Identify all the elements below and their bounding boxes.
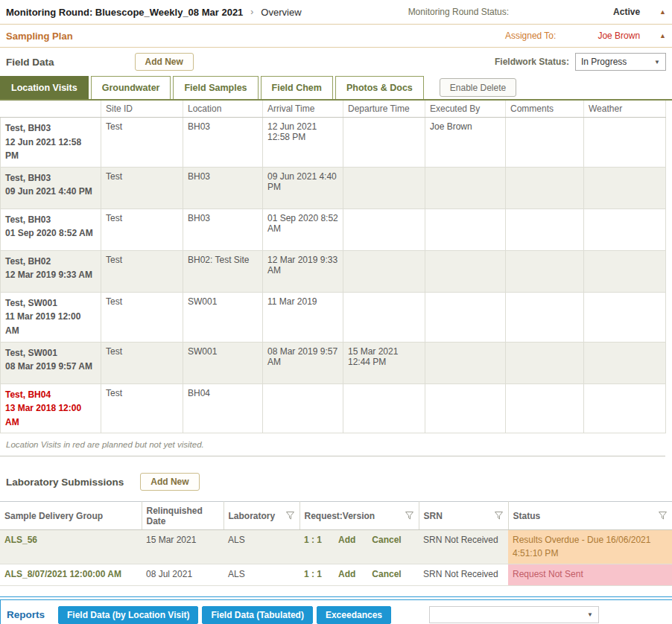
cancel-link[interactable]: Cancel bbox=[372, 569, 401, 579]
visit-link[interactable]: Test, SW00111 Mar 2019 12:00 AM bbox=[1, 292, 101, 342]
cell-sdg: ALS_56 bbox=[0, 530, 142, 564]
tab-groundwater[interactable]: Groundwater bbox=[91, 76, 171, 99]
filter-icon[interactable] bbox=[285, 511, 295, 520]
lab-submissions-header: Laboratory Submissions Add New bbox=[0, 468, 672, 495]
cell-arrival: 01 Sep 2020 8:52 AM bbox=[263, 208, 343, 250]
cell-arrival: 12 Mar 2019 9:33 AM bbox=[263, 250, 343, 292]
breadcrumb-separator-icon: › bbox=[250, 7, 253, 17]
col-header-status[interactable]: Status bbox=[508, 502, 672, 530]
add-link[interactable]: Add bbox=[338, 569, 355, 579]
cell-sdg: ALS_8/07/2021 12:00:00 AM bbox=[0, 564, 142, 585]
fieldwork-status-select[interactable]: In Progress ▼ bbox=[575, 53, 666, 71]
cell-comments bbox=[506, 292, 584, 342]
cell-departure: 15 Mar 2021 12:44 PM bbox=[343, 342, 425, 383]
cell-comments bbox=[506, 383, 584, 433]
lab-header-row: Sample Delivery Group Relinquished Date … bbox=[0, 502, 672, 530]
col-header-site-id[interactable]: Site ID bbox=[101, 101, 183, 118]
cell-weather bbox=[584, 118, 666, 168]
monitoring-round-status-label: Monitoring Round Status: bbox=[408, 7, 509, 17]
visit-link[interactable]: Test, BH0312 Jun 2021 12:58 PM bbox=[1, 118, 101, 168]
lab-submissions-title: Laboratory Submissions bbox=[6, 477, 124, 488]
cell-location: BH02: Test Site bbox=[183, 250, 263, 292]
col-header-arrival-time[interactable]: Arrival Time bbox=[263, 101, 343, 118]
sdg-link[interactable]: ALS_56 bbox=[4, 535, 37, 545]
table-row: Test, SW00108 Mar 2019 9:57 AM Test SW00… bbox=[1, 342, 666, 383]
cell-status: Results Overdue - Due 16/06/2021 4:51:10… bbox=[508, 530, 672, 564]
cell-executed-by bbox=[425, 292, 506, 342]
cell-site-id: Test bbox=[101, 250, 183, 292]
fieldwork-status-group: Fieldwork Status: In Progress ▼ bbox=[495, 53, 666, 71]
cell-laboratory: ALS bbox=[224, 564, 299, 585]
chevron-down-icon: ▼ bbox=[654, 59, 660, 66]
collapse-sampling-plan-icon[interactable]: ▲ bbox=[659, 32, 666, 39]
table-row: Test, BH0312 Jun 2021 12:58 PM Test BH03… bbox=[1, 118, 666, 168]
col-header-comments[interactable]: Comments bbox=[506, 101, 584, 118]
cell-site-id: Test bbox=[101, 167, 183, 208]
sdg-link[interactable]: ALS_8/07/2021 12:00:00 AM bbox=[4, 569, 121, 579]
cell-executed-by bbox=[425, 342, 506, 383]
tab-location-visits[interactable]: Location Visits bbox=[0, 76, 89, 99]
lab-add-new-button[interactable]: Add New bbox=[140, 473, 199, 491]
collapse-header-icon[interactable]: ▲ bbox=[659, 8, 666, 16]
visit-link[interactable]: Test, BH0413 Mar 2018 12:00 AM bbox=[1, 383, 101, 433]
cell-departure bbox=[343, 292, 425, 342]
col-header-departure-time[interactable]: Departure Time bbox=[343, 101, 425, 118]
request-version-value: 1 : 1 bbox=[304, 569, 322, 579]
cell-location: BH04 bbox=[183, 383, 263, 433]
col-header-name bbox=[1, 101, 101, 118]
lab-row: ALS_8/07/2021 12:00:00 AM 08 Jul 2021 AL… bbox=[0, 564, 672, 585]
col-header-request-version[interactable]: Request:Version bbox=[299, 502, 419, 530]
breadcrumb: Monitoring Round: Bluescope_Weekly_08 Ma… bbox=[6, 7, 302, 18]
request-version-value: 1 : 1 bbox=[304, 535, 322, 545]
cell-executed-by bbox=[425, 250, 506, 292]
report-exceedances-button[interactable]: Exceedances bbox=[317, 606, 391, 624]
breadcrumb-overview[interactable]: Overview bbox=[261, 7, 301, 18]
filter-icon[interactable] bbox=[658, 511, 668, 520]
cell-arrival: 11 Mar 2019 bbox=[263, 292, 343, 342]
visit-link[interactable]: Test, BH0212 Mar 2019 9:33 AM bbox=[1, 250, 101, 292]
cell-weather bbox=[584, 292, 666, 342]
cell-location: SW001 bbox=[183, 342, 263, 383]
assigned-to-value[interactable]: Joe Brown bbox=[597, 31, 640, 41]
report-field-data-tabulated-button[interactable]: Field Data (Tabulated) bbox=[202, 606, 312, 624]
visit-link[interactable]: Test, BH0309 Jun 2021 4:40 PM bbox=[1, 167, 101, 208]
cell-weather bbox=[584, 342, 666, 383]
fieldwork-status-value: In Progress bbox=[581, 57, 627, 67]
filter-icon[interactable] bbox=[405, 511, 414, 520]
add-link[interactable]: Add bbox=[338, 535, 355, 545]
table-row: Test, BH0212 Mar 2019 9:33 AM Test BH02:… bbox=[1, 250, 666, 292]
field-data-tabs: Location Visits Groundwater Field Sample… bbox=[0, 76, 672, 101]
col-header-laboratory[interactable]: Laboratory bbox=[224, 502, 299, 530]
fieldwork-status-label: Fieldwork Status: bbox=[495, 57, 569, 67]
cell-location: BH03 bbox=[183, 118, 263, 168]
cell-arrival: 12 Jun 2021 12:58 PM bbox=[263, 118, 343, 168]
cell-comments bbox=[506, 118, 584, 168]
report-field-data-by-location-visit-button[interactable]: Field Data (by Location Visit) bbox=[58, 606, 198, 624]
col-header-location[interactable]: Location bbox=[183, 101, 263, 118]
cell-location: SW001 bbox=[183, 292, 263, 342]
lab-submissions-table: Sample Delivery Group Relinquished Date … bbox=[0, 501, 672, 585]
visit-link[interactable]: Test, BH0301 Sep 2020 8:52 AM bbox=[1, 208, 101, 250]
tab-field-samples[interactable]: Field Samples bbox=[173, 76, 258, 99]
sampling-plan-title: Sampling Plan bbox=[6, 31, 73, 42]
col-header-srn[interactable]: SRN bbox=[419, 502, 508, 530]
field-data-add-new-button[interactable]: Add New bbox=[135, 53, 194, 71]
cell-executed-by bbox=[425, 208, 506, 250]
cancel-link[interactable]: Cancel bbox=[372, 535, 401, 545]
enable-delete-button[interactable]: Enable Delete bbox=[440, 78, 516, 97]
col-header-sdg[interactable]: Sample Delivery Group bbox=[0, 502, 142, 530]
col-header-relinquished-date[interactable]: Relinquished Date bbox=[142, 502, 224, 530]
table-row: Test, BH0301 Sep 2020 8:52 AM Test BH03 … bbox=[1, 208, 666, 250]
tab-photos-docs[interactable]: Photos & Docs bbox=[335, 76, 424, 99]
visit-link[interactable]: Test, SW00108 Mar 2019 9:57 AM bbox=[1, 342, 101, 383]
reports-select[interactable]: ▼ bbox=[429, 606, 599, 623]
table-row: Test, BH0309 Jun 2021 4:40 PM Test BH03 … bbox=[1, 167, 666, 208]
visits-header-row: Site ID Location Arrival Time Departure … bbox=[1, 101, 666, 118]
col-header-executed-by[interactable]: Executed By bbox=[425, 101, 506, 118]
filter-icon[interactable] bbox=[494, 511, 504, 520]
field-data-title: Field Data bbox=[6, 57, 54, 68]
col-header-weather[interactable]: Weather bbox=[584, 101, 666, 118]
tab-field-chem[interactable]: Field Chem bbox=[261, 76, 333, 99]
cell-departure bbox=[343, 250, 425, 292]
chevron-down-icon: ▼ bbox=[587, 611, 593, 618]
